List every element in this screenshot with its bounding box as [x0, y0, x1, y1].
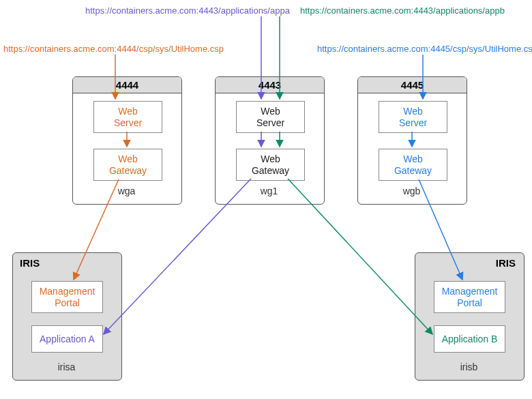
box-wg1-web-gateway: Web Gateway: [236, 149, 305, 181]
port-header-wgb: 4445: [358, 77, 467, 93]
wgb-web-gateway-label: Web Gateway: [394, 153, 432, 177]
url-left-portal: https://containers.acme.com:4444/csp/sys…: [3, 44, 224, 54]
port-header-wg1: 4443: [216, 77, 324, 93]
label-irisb: irisb: [415, 361, 523, 372]
url-appa: https://containers.acme.com:4443/applica…: [85, 5, 290, 16]
wga-web-server-label: Web Server: [114, 106, 142, 129]
box-irisa-appa: Application A: [31, 325, 103, 353]
iris-title-b: IRIS: [415, 253, 524, 273]
url-right-portal: https://containers.acme.com:4445/csp/sys…: [317, 44, 532, 54]
label-wg1: wg1: [215, 186, 323, 196]
box-wg1-web-server: Web Server: [236, 101, 305, 133]
irisa-mgmt-label: Management Portal: [40, 286, 95, 309]
box-irisb-mgmt: Management Portal: [434, 281, 505, 313]
irisa-appa-label: Application A: [40, 334, 95, 345]
irisb-mgmt-label: Management Portal: [442, 286, 498, 309]
box-wgb-web-gateway: Web Gateway: [379, 149, 447, 181]
label-wgb: wgb: [357, 186, 466, 196]
box-irisa-mgmt: Management Portal: [31, 281, 103, 313]
box-wga-web-server: Web Server: [93, 101, 162, 133]
wgb-web-server-label: Web Server: [399, 106, 427, 129]
wga-web-gateway-label: Web Gateway: [109, 153, 147, 177]
wg1-web-gateway-label: Web Gateway: [252, 153, 289, 177]
label-irisa: irisa: [12, 361, 121, 372]
box-wga-web-gateway: Web Gateway: [93, 149, 162, 181]
wg1-web-server-label: Web Server: [256, 106, 284, 129]
iris-title-a: IRIS: [13, 253, 121, 273]
box-irisb-appb: Application B: [434, 325, 505, 353]
label-wga: wga: [72, 186, 181, 196]
box-wgb-web-server: Web Server: [379, 101, 447, 133]
port-header-wga: 4444: [73, 77, 181, 93]
url-appb: https://containers.acme.com:4443/applica…: [300, 5, 505, 16]
irisb-appb-label: Application B: [442, 334, 498, 345]
